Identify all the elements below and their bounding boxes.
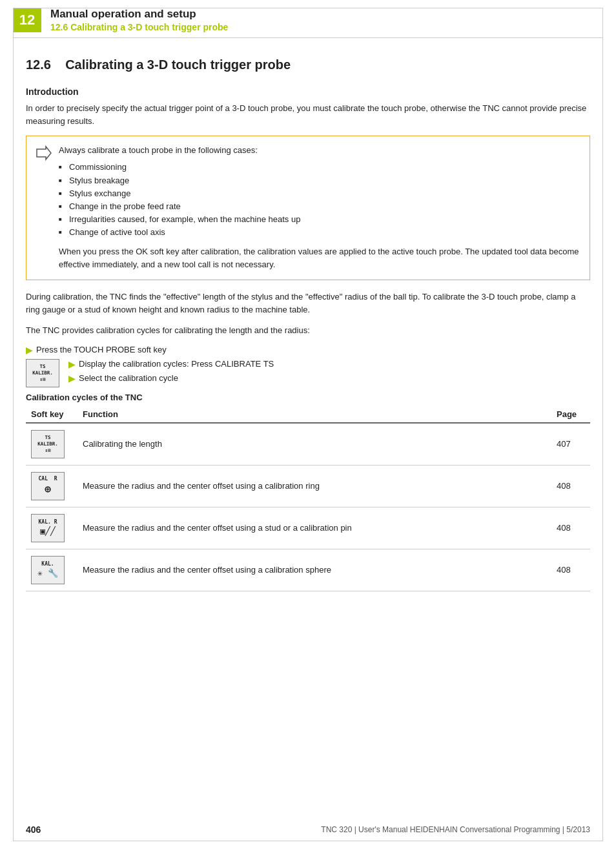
table-cell-page: 408: [551, 507, 590, 549]
chapter-title: Manual operation and setup: [50, 8, 228, 21]
step-touch-probe-text: Press the TOUCH PROBE soft key: [36, 345, 167, 354]
note-arrow-icon: [34, 144, 52, 162]
page-footer: 406 TNC 320 | User's Manual HEIDENHAIN C…: [26, 824, 590, 835]
page-border-top: [13, 8, 603, 8]
table-cell-page: 408: [551, 549, 590, 591]
page-header: 12 Manual operation and setup 12.6 Calib…: [13, 8, 603, 38]
arrow-marker-2: ▶: [68, 360, 75, 369]
step-calibrate-text: Display the calibration cycles: Press CA…: [79, 359, 274, 369]
note-box: Always calibrate a touch probe in the fo…: [26, 136, 590, 280]
table-cell-icon: KAL. R ▣╱╱: [26, 507, 77, 549]
table-header-row: Soft key Function Page: [26, 406, 590, 423]
table-cell-page: 408: [551, 465, 590, 507]
step-icon-ts-kalibr: TS KALIBR. ↕⊞: [26, 359, 59, 387]
table-row: CAL R ⊕ Measure the radius and the cente…: [26, 465, 590, 507]
table-row: TS KALIBR. ↕⊞ Calibrating the length 407: [26, 423, 590, 465]
table-cell-page: 407: [551, 423, 590, 465]
list-item: Change of active tool axis: [59, 226, 580, 239]
sub-step-calibrate: ▶ Display the calibration cycles: Press …: [68, 359, 590, 369]
header-text: Manual operation and setup 12.6 Calibrat…: [50, 8, 228, 32]
col-header-function: Function: [77, 406, 551, 423]
table-cell-icon: TS KALIBR. ↕⊞: [26, 423, 77, 465]
step-row-calibrate: TS KALIBR. ↕⊞ ▶ Display the calibration …: [26, 359, 590, 387]
page-border-left: [13, 8, 14, 841]
intro-heading: Introduction: [26, 87, 590, 97]
note-footer-text: When you press the OK soft key after cal…: [59, 245, 580, 271]
chapter-number: 12: [13, 8, 41, 32]
note-intro-text: Always calibrate a touch probe in the fo…: [59, 144, 580, 157]
table-cell-function: Measure the radius and the center offset…: [77, 465, 551, 507]
row2-icon: CAL R ⊕: [31, 472, 65, 500]
svg-marker-0: [37, 147, 51, 159]
step-touch-probe-row: ▶ Press the TOUCH PROBE soft key: [26, 345, 590, 355]
table-row: KAL. R ▣╱╱ Measure the radius and the ce…: [26, 507, 590, 549]
row3-icon: KAL. R ▣╱╱: [31, 514, 65, 542]
page-border-right: [602, 8, 603, 841]
table-cell-function: Measure the radius and the center offset…: [77, 549, 551, 591]
table-heading: Calibration cycles of the TNC: [26, 393, 590, 402]
list-item: Change in the probe feed rate: [59, 200, 580, 213]
sub-step-select: ▶ Select the calibration cycle: [68, 373, 590, 384]
ts-kalibr-icon-box: TS KALIBR. ↕⊞: [26, 359, 59, 387]
step-select-text: Select the calibration cycle: [79, 373, 178, 383]
description-text1: During calibration, the TNC finds the "e…: [26, 291, 590, 316]
calibration-table: Soft key Function Page TS KALIBR. ↕⊞ Cal…: [26, 406, 590, 591]
table-cell-function: Measure the radius and the center offset…: [77, 507, 551, 549]
section-heading: 12.6 Calibrating a 3-D touch trigger pro…: [26, 57, 590, 76]
step-sub-steps: ▶ Display the calibration cycles: Press …: [68, 359, 590, 387]
page-border-bottom: [13, 841, 603, 841]
page-number: 406: [26, 824, 41, 835]
col-header-page: Page: [551, 406, 590, 423]
note-list: Commissioning Stylus breakage Stylus exc…: [59, 161, 580, 239]
table-cell-icon: CAL R ⊕: [26, 465, 77, 507]
list-item: Stylus breakage: [59, 174, 580, 187]
list-item: Commissioning: [59, 161, 580, 174]
description-text2: The TNC provides calibration cycles for …: [26, 324, 590, 337]
list-item: Stylus exchange: [59, 187, 580, 200]
table-cell-function: Calibrating the length: [77, 423, 551, 465]
row1-icon: TS KALIBR. ↕⊞: [31, 430, 65, 458]
footer-text: TNC 320 | User's Manual HEIDENHAIN Conve…: [321, 825, 590, 834]
table-cell-icon: KAL. ✳ 🔧: [26, 549, 77, 591]
arrow-marker: ▶: [26, 345, 32, 355]
list-item: Irregularities caused, for example, when…: [59, 213, 580, 226]
col-header-softkey: Soft key: [26, 406, 77, 423]
header-section-ref: 12.6 Calibrating a 3-D touch trigger pro…: [50, 22, 228, 32]
intro-text: In order to precisely specify the actual…: [26, 102, 590, 128]
row4-icon: KAL. ✳ 🔧: [31, 556, 65, 584]
arrow-marker-3: ▶: [68, 374, 75, 384]
main-content: 12.6 Calibrating a 3-D touch trigger pro…: [26, 38, 590, 591]
table-row: KAL. ✳ 🔧 Measure the radius and the cent…: [26, 549, 590, 591]
